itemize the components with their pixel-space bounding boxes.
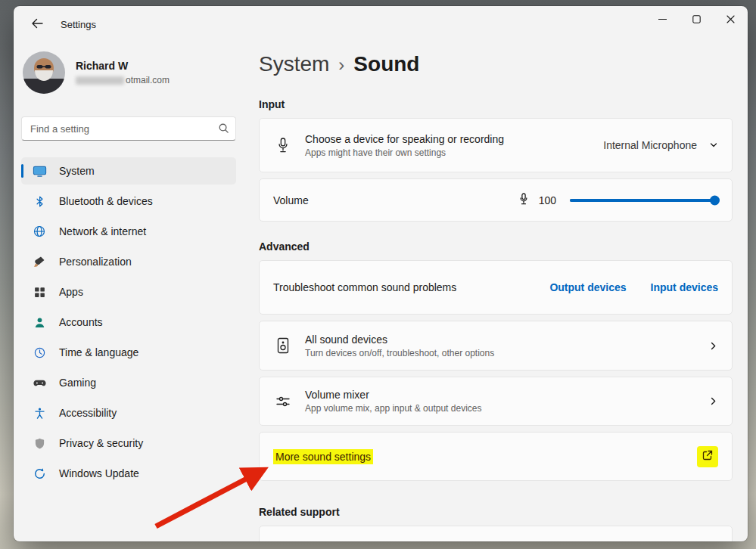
personalization-icon bbox=[32, 255, 47, 268]
gaming-icon bbox=[32, 376, 47, 390]
sidebar-item-label: Privacy & security bbox=[59, 437, 143, 449]
avatar bbox=[23, 51, 65, 94]
blurred-email-part bbox=[76, 76, 124, 85]
chevron-down-icon bbox=[709, 141, 718, 150]
related-support-label: Related support bbox=[259, 505, 733, 520]
volume-mixer-card[interactable]: Volume mixer App volume mix, app input &… bbox=[259, 377, 733, 426]
more-sound-settings-label[interactable]: More sound settings bbox=[273, 449, 373, 464]
chevron-right-icon bbox=[708, 341, 718, 351]
breadcrumb-separator: › bbox=[338, 51, 344, 79]
network-icon bbox=[32, 225, 47, 238]
volume-slider-thumb[interactable] bbox=[710, 195, 720, 205]
all-devices-title: All sound devices bbox=[305, 333, 708, 346]
bluetooth-icon bbox=[32, 195, 47, 208]
sidebar: Richard W otmail.com S bbox=[14, 42, 259, 541]
volume-label: Volume bbox=[273, 194, 518, 206]
sidebar-item-windows-update[interactable]: Windows Update bbox=[21, 460, 236, 487]
microphone-icon bbox=[273, 136, 293, 154]
sidebar-item-bluetooth-devices[interactable]: Bluetooth & devices bbox=[21, 188, 236, 215]
page-title: Sound bbox=[353, 50, 419, 79]
more-sound-settings-card[interactable]: More sound settings bbox=[259, 432, 733, 481]
all-devices-subtitle: Turn devices on/off, troubleshoot, other… bbox=[305, 348, 708, 358]
app-title: Settings bbox=[61, 19, 96, 30]
advanced-section-label: Advanced bbox=[259, 240, 733, 254]
minimize-icon bbox=[658, 15, 667, 23]
sidebar-item-label: Network & internet bbox=[59, 225, 146, 237]
volume-value: 100 bbox=[537, 194, 556, 206]
close-button[interactable] bbox=[714, 6, 748, 32]
email-visible-part: otmail.com bbox=[126, 75, 170, 85]
volume-slider-fill bbox=[570, 199, 718, 202]
sidebar-item-label: Accounts bbox=[59, 316, 103, 328]
sidebar-item-label: Gaming bbox=[59, 377, 96, 389]
profile-email: otmail.com bbox=[76, 75, 170, 85]
sidebar-item-system[interactable]: System bbox=[21, 157, 236, 185]
accounts-icon bbox=[32, 316, 47, 329]
sidebar-item-time-language[interactable]: Time & language bbox=[21, 339, 236, 366]
output-devices-link[interactable]: Output devices bbox=[549, 281, 626, 293]
troubleshoot-card: Troubleshoot common sound problems Outpu… bbox=[259, 260, 733, 315]
external-link-icon bbox=[702, 449, 714, 464]
input-devices-link[interactable]: Input devices bbox=[651, 281, 718, 293]
volume-mixer-icon bbox=[273, 394, 293, 409]
minimize-button[interactable] bbox=[646, 6, 680, 32]
all-sound-devices-card[interactable]: All sound devices Turn devices on/off, t… bbox=[259, 321, 733, 371]
input-device-dropdown[interactable]: Internal Microphone bbox=[603, 139, 718, 151]
maximize-icon bbox=[692, 15, 701, 23]
input-device-subtitle: Apps might have their own settings bbox=[305, 147, 603, 158]
sidebar-item-label: Time & language bbox=[59, 346, 138, 358]
back-arrow-icon bbox=[31, 17, 43, 32]
volume-card: Volume 100 bbox=[259, 178, 733, 222]
caption-buttons bbox=[646, 6, 748, 32]
search-box bbox=[21, 116, 236, 141]
speaker-device-icon bbox=[273, 337, 293, 354]
sidebar-item-accounts[interactable]: Accounts bbox=[21, 309, 236, 336]
system-icon bbox=[32, 164, 47, 178]
search-input[interactable] bbox=[21, 116, 236, 141]
selected-device-value: Internal Microphone bbox=[603, 139, 697, 151]
privacy-icon bbox=[32, 437, 47, 450]
maximize-button[interactable] bbox=[680, 6, 714, 32]
main-content: System › Sound Input Choose a device for… bbox=[259, 42, 748, 541]
volume-slider[interactable] bbox=[570, 199, 718, 202]
search-icon[interactable] bbox=[218, 123, 229, 137]
close-icon bbox=[726, 15, 735, 23]
time-language-icon bbox=[32, 346, 47, 359]
sidebar-item-label: System bbox=[59, 165, 95, 177]
related-support-card[interactable] bbox=[259, 526, 733, 541]
sidebar-nav: System Bluetooth & devices Network & int… bbox=[21, 157, 259, 487]
profile-text: Richard W otmail.com bbox=[76, 60, 170, 85]
breadcrumb: System › Sound bbox=[259, 50, 733, 79]
sidebar-item-label: Accessibility bbox=[59, 407, 117, 419]
windows-update-icon bbox=[32, 467, 47, 480]
breadcrumb-system[interactable]: System bbox=[259, 50, 329, 79]
external-link-button[interactable] bbox=[697, 446, 718, 467]
microphone-small-icon bbox=[518, 192, 529, 209]
settings-window: Settings bbox=[14, 6, 748, 541]
volume-mixer-subtitle: App volume mix, app input & output devic… bbox=[305, 403, 708, 414]
accessibility-icon bbox=[32, 407, 47, 420]
troubleshoot-label: Troubleshoot common sound problems bbox=[273, 281, 549, 293]
sidebar-item-label: Apps bbox=[59, 286, 83, 298]
input-section-label: Input bbox=[259, 98, 733, 112]
sidebar-item-accessibility[interactable]: Accessibility bbox=[21, 399, 236, 426]
sidebar-item-apps[interactable]: Apps bbox=[21, 278, 236, 306]
profile-name: Richard W bbox=[76, 60, 170, 72]
sidebar-item-label: Personalization bbox=[59, 256, 132, 268]
profile[interactable]: Richard W otmail.com bbox=[23, 51, 259, 94]
volume-mixer-title: Volume mixer bbox=[305, 389, 708, 401]
input-device-title: Choose a device for speaking or recordin… bbox=[305, 133, 603, 145]
sidebar-item-label: Bluetooth & devices bbox=[59, 195, 153, 207]
sidebar-item-personalization[interactable]: Personalization bbox=[21, 248, 236, 275]
chevron-right-icon bbox=[708, 396, 718, 406]
sidebar-item-label: Windows Update bbox=[59, 467, 139, 479]
sidebar-item-network-internet[interactable]: Network & internet bbox=[21, 218, 236, 245]
sidebar-item-gaming[interactable]: Gaming bbox=[21, 369, 236, 396]
titlebar: Settings bbox=[14, 6, 748, 42]
apps-icon bbox=[32, 286, 47, 299]
input-device-card: Choose a device for speaking or recordin… bbox=[259, 118, 733, 172]
sidebar-item-privacy-security[interactable]: Privacy & security bbox=[21, 430, 236, 457]
back-button[interactable] bbox=[26, 14, 48, 34]
